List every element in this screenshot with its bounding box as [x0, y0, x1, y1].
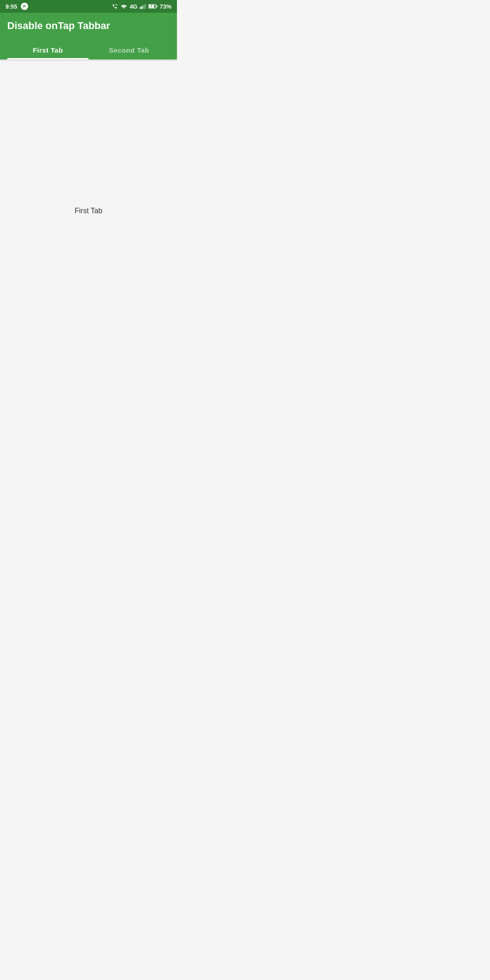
app-title: Disable onTap Tabbar	[7, 20, 170, 39]
tab-first-label: First Tab	[33, 46, 63, 54]
tab-second[interactable]: Second Tab	[88, 39, 170, 59]
status-bar: 9:55 P 4G 4G 73%	[0, 0, 177, 13]
tab-first[interactable]: First Tab	[7, 39, 88, 59]
phone-icon: 4G	[112, 4, 118, 9]
wifi-icon	[120, 4, 127, 9]
battery-icon	[148, 4, 157, 9]
svg-text:4G: 4G	[115, 4, 118, 6]
tab-second-label: Second Tab	[109, 46, 149, 54]
svg-rect-2	[141, 6, 142, 9]
content-area: First Tab	[0, 61, 177, 361]
status-right: 4G 4G 73%	[112, 3, 172, 10]
battery-level: 73%	[160, 3, 172, 10]
tab-bar: First Tab Second Tab	[7, 39, 170, 59]
signal-icon	[140, 4, 146, 9]
pandora-icon: P	[21, 3, 28, 10]
status-time: 9:55	[5, 3, 17, 10]
svg-rect-1	[140, 7, 141, 9]
svg-rect-3	[143, 5, 144, 9]
svg-rect-4	[144, 4, 146, 9]
app-bar: Disable onTap Tabbar First Tab Second Ta…	[0, 13, 177, 59]
svg-rect-6	[156, 5, 157, 7]
content-tab-label: First Tab	[74, 207, 102, 215]
status-left: 9:55 P	[5, 3, 28, 10]
network-label: 4G	[130, 3, 137, 10]
